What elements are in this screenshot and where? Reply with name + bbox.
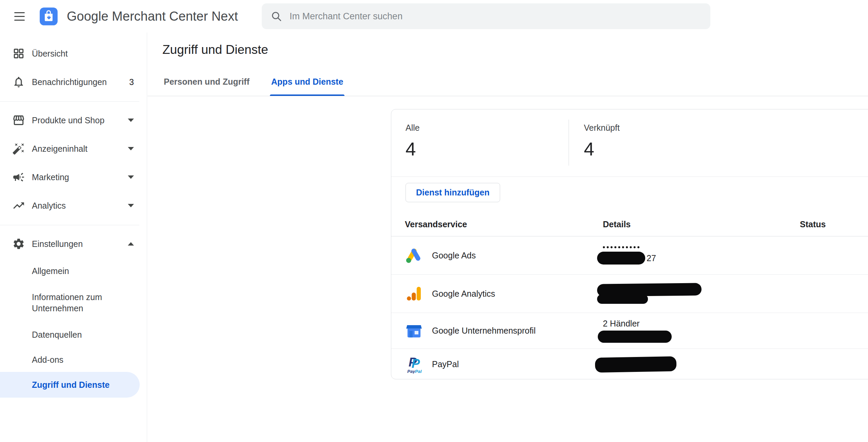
svg-text:PayPal: PayPal: [407, 369, 422, 373]
service-cell: P P PayPal PayPal: [391, 355, 597, 374]
stats-vertical-divider: [569, 120, 569, 166]
redacted-dotted-line: [603, 246, 639, 248]
stat-label: Verknüpft: [584, 123, 620, 133]
hamburger-menu-icon[interactable]: [12, 8, 27, 24]
sidebar-item-analytics[interactable]: Analytics: [0, 191, 147, 220]
sidebar-subitem-informationen-zum-unternehmen[interactable]: Informationen zum Unternehmen: [0, 284, 147, 322]
page-title: Zugriff und Dienste: [162, 43, 268, 57]
search-bar[interactable]: [262, 3, 710, 29]
service-cell: Google Analytics: [391, 285, 597, 303]
trending-up-icon: [12, 199, 25, 212]
stat-alle: Alle 4: [406, 123, 420, 160]
search-input[interactable]: [290, 11, 702, 22]
service-cell: Google Unternehmensprofil: [391, 322, 597, 340]
sidebar-item-label: Übersicht: [32, 49, 68, 59]
sidebar-item-label: Analytics: [32, 201, 66, 211]
merchant-center-logo-icon: [39, 7, 58, 26]
stat-value: 4: [406, 138, 420, 160]
details-cell: [597, 357, 800, 372]
table-row-paypal[interactable]: P P PayPal PayPal: [391, 349, 868, 380]
sidebar-subitem-zugriff-und-dienste[interactable]: Zugriff und Dienste: [0, 372, 140, 398]
redaction-scribble: [595, 356, 677, 372]
sidebar-divider: [0, 225, 139, 225]
details-cell: 2 Händler: [597, 319, 800, 343]
details-cell: 27: [597, 246, 800, 265]
dashboard-icon: [12, 47, 25, 60]
add-service-button[interactable]: Dienst hinzufügen: [406, 183, 500, 202]
sidebar-subitem-allgemein[interactable]: Allgemein: [0, 258, 147, 284]
storefront-icon: [12, 114, 25, 127]
stat-label: Alle: [406, 123, 420, 133]
sidebar-item-marketing[interactable]: Marketing: [0, 163, 147, 191]
sidebar-subitem-label: Datenquellen: [32, 329, 82, 340]
google-ads-icon: [405, 246, 423, 265]
sidebar-subitem-label: Zugriff und Dienste: [32, 379, 110, 391]
stat-value: 4: [584, 138, 620, 160]
sidebar-item-label: Anzeigeninhalt: [32, 144, 87, 154]
main-content: Zugriff und Dienste Personen und Zugriff…: [147, 33, 868, 442]
sidebar-item-uebersicht[interactable]: Übersicht: [0, 39, 147, 68]
business-profile-icon: [405, 322, 423, 340]
redaction-scribble: [598, 331, 672, 343]
gear-icon: [12, 237, 25, 250]
tab-label: Apps und Dienste: [271, 77, 343, 87]
column-header-status: Status: [800, 219, 826, 229]
stat-verknuepft: Verknüpft 4: [584, 123, 620, 160]
chevron-down-icon: [128, 147, 134, 150]
sidebar-subitem-label: Add-ons: [32, 354, 63, 365]
stats-divider: [391, 176, 868, 177]
megaphone-icon: [12, 171, 25, 184]
tab-bar: Personen und Zugriff Apps und Dienste: [162, 68, 344, 96]
notification-count-badge: 3: [129, 77, 134, 87]
chevron-down-icon: [128, 204, 134, 207]
table-row-google-unternehmensprofil[interactable]: Google Unternehmensprofil 2 Händler: [391, 313, 868, 349]
details-text: 2 Händler: [603, 319, 800, 329]
app-title: Google Merchant Center Next: [67, 9, 238, 24]
service-name: PayPal: [432, 359, 459, 369]
sidebar-divider: [0, 101, 139, 102]
sidebar-item-label: Produkte und Shop: [32, 115, 104, 125]
sidebar-item-produkte-und-shop[interactable]: Produkte und Shop: [0, 106, 147, 134]
sidebar-item-label: Einstellungen: [32, 239, 83, 249]
redaction-scribble: [597, 283, 702, 296]
column-header-versandservice: Versandservice: [405, 219, 467, 229]
column-header-details: Details: [603, 219, 631, 229]
sidebar: Übersicht Benachrichtigungen 3 Produkte …: [0, 33, 147, 442]
service-name: Google Unternehmensprofil: [432, 326, 536, 336]
chevron-down-icon: [128, 119, 134, 122]
tab-personen-und-zugriff[interactable]: Personen und Zugriff: [162, 68, 251, 96]
table-row-google-analytics[interactable]: Google Analytics: [391, 275, 868, 313]
sidebar-subitem-add-ons[interactable]: Add-ons: [0, 348, 147, 372]
details-partial-text: 27: [647, 253, 656, 263]
tabs-divider: [147, 96, 868, 96]
services-card: Alle 4 Verknüpft 4 Dienst hinzufügen Ver…: [391, 109, 868, 379]
tab-apps-und-dienste[interactable]: Apps und Dienste: [270, 68, 345, 96]
sidebar-item-benachrichtigungen[interactable]: Benachrichtigungen 3: [0, 68, 147, 96]
table-header: Versandservice Details Status: [391, 213, 868, 236]
service-name: Google Analytics: [432, 289, 495, 299]
details-cell: [597, 283, 800, 304]
sidebar-item-anzeigeninhalt[interactable]: Anzeigeninhalt: [0, 134, 147, 163]
chevron-down-icon: [128, 175, 134, 179]
paypal-icon: P P PayPal: [405, 355, 423, 374]
app-header: Google Merchant Center Next: [0, 0, 868, 33]
sidebar-subitem-label: Informationen zum Unternehmen: [32, 292, 133, 314]
service-name: Google Ads: [432, 251, 476, 260]
magic-wand-icon: [12, 142, 25, 155]
google-analytics-icon: [405, 285, 423, 303]
sidebar-item-label: Marketing: [32, 172, 69, 182]
sidebar-item-einstellungen[interactable]: Einstellungen: [0, 230, 147, 258]
search-icon: [271, 10, 282, 22]
sidebar-item-label: Benachrichtigungen: [32, 77, 107, 87]
chevron-up-icon: [128, 242, 134, 246]
table-row-google-ads[interactable]: Google Ads 27: [391, 236, 868, 275]
redaction-scribble: [597, 252, 645, 265]
tab-label: Personen und Zugriff: [164, 77, 250, 87]
bell-icon: [12, 76, 25, 88]
service-cell: Google Ads: [391, 246, 597, 265]
sidebar-subitem-datenquellen[interactable]: Datenquellen: [0, 322, 147, 348]
sidebar-subitem-label: Allgemein: [32, 266, 69, 277]
